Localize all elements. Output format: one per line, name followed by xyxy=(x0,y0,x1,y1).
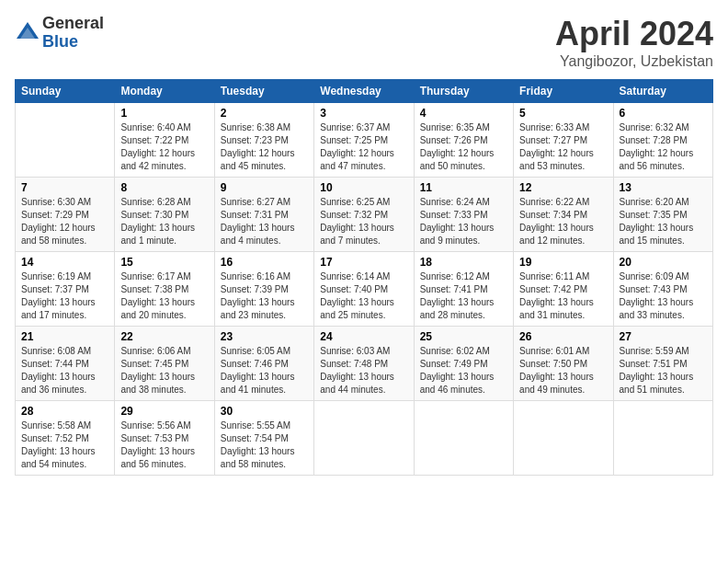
calendar-table: SundayMondayTuesdayWednesdayThursdayFrid… xyxy=(15,79,713,476)
day-number: 6 xyxy=(620,107,707,120)
calendar-header: SundayMondayTuesdayWednesdayThursdayFrid… xyxy=(16,80,713,103)
day-number: 1 xyxy=(120,107,208,120)
calendar-cell: 1Sunrise: 6:40 AMSunset: 7:22 PMDaylight… xyxy=(115,103,214,178)
day-info: Sunrise: 6:03 AMSunset: 7:48 PMDaylight:… xyxy=(320,345,407,396)
logo-general-text: General xyxy=(42,15,104,33)
day-number: 15 xyxy=(120,256,208,269)
calendar-cell: 9Sunrise: 6:27 AMSunset: 7:31 PMDaylight… xyxy=(214,178,313,252)
day-info: Sunrise: 6:24 AMSunset: 7:33 PMDaylight:… xyxy=(420,196,507,247)
calendar-cell: 20Sunrise: 6:09 AMSunset: 7:43 PMDayligh… xyxy=(613,252,712,327)
day-info: Sunrise: 6:32 AMSunset: 7:28 PMDaylight:… xyxy=(620,121,707,173)
calendar-week-0: 1Sunrise: 6:40 AMSunset: 7:22 PMDaylight… xyxy=(16,103,713,178)
calendar-cell: 21Sunrise: 6:08 AMSunset: 7:44 PMDayligh… xyxy=(16,327,115,401)
day-number: 16 xyxy=(221,256,308,269)
calendar-cell: 22Sunrise: 6:06 AMSunset: 7:45 PMDayligh… xyxy=(115,327,214,401)
day-info: Sunrise: 6:33 AMSunset: 7:27 PMDaylight:… xyxy=(519,121,607,173)
day-info: Sunrise: 6:14 AMSunset: 7:40 PMDaylight:… xyxy=(320,270,407,322)
calendar-cell: 27Sunrise: 5:59 AMSunset: 7:51 PMDayligh… xyxy=(613,327,712,401)
day-info: Sunrise: 6:16 AMSunset: 7:39 PMDaylight:… xyxy=(221,270,308,322)
day-number: 21 xyxy=(21,330,108,343)
day-info: Sunrise: 6:12 AMSunset: 7:41 PMDaylight:… xyxy=(420,270,507,322)
calendar-cell: 4Sunrise: 6:35 AMSunset: 7:26 PMDaylight… xyxy=(414,103,513,178)
day-number: 23 xyxy=(221,330,308,343)
calendar-cell xyxy=(314,401,414,476)
day-number: 11 xyxy=(420,181,507,194)
day-number: 7 xyxy=(21,181,108,194)
day-number: 14 xyxy=(21,256,108,269)
day-number: 27 xyxy=(620,330,707,343)
day-info: Sunrise: 6:05 AMSunset: 7:46 PMDaylight:… xyxy=(221,345,308,396)
calendar-cell: 2Sunrise: 6:38 AMSunset: 7:23 PMDaylight… xyxy=(214,103,313,178)
calendar-cell: 10Sunrise: 6:25 AMSunset: 7:32 PMDayligh… xyxy=(314,178,414,252)
calendar-cell: 12Sunrise: 6:22 AMSunset: 7:34 PMDayligh… xyxy=(514,178,613,252)
calendar-cell xyxy=(514,401,613,476)
day-number: 25 xyxy=(420,330,507,343)
day-number: 29 xyxy=(120,405,208,418)
day-number: 12 xyxy=(519,181,607,194)
day-number: 8 xyxy=(120,181,208,194)
day-info: Sunrise: 6:25 AMSunset: 7:32 PMDaylight:… xyxy=(320,196,407,247)
calendar-cell xyxy=(414,401,513,476)
calendar-cell: 17Sunrise: 6:14 AMSunset: 7:40 PMDayligh… xyxy=(314,252,414,327)
logo-icon xyxy=(15,20,40,46)
location: Yangibozor, Uzbekistan xyxy=(555,53,713,70)
header-cell-monday: Monday xyxy=(115,80,214,103)
day-info: Sunrise: 5:56 AMSunset: 7:53 PMDaylight:… xyxy=(120,419,208,471)
day-info: Sunrise: 6:20 AMSunset: 7:35 PMDaylight:… xyxy=(620,196,707,247)
day-number: 28 xyxy=(21,405,108,418)
title-block: April 2024 Yangibozor, Uzbekistan xyxy=(555,15,713,70)
day-number: 5 xyxy=(519,107,607,120)
day-info: Sunrise: 6:22 AMSunset: 7:34 PMDaylight:… xyxy=(519,196,607,247)
calendar-cell: 14Sunrise: 6:19 AMSunset: 7:37 PMDayligh… xyxy=(16,252,115,327)
calendar-cell: 8Sunrise: 6:28 AMSunset: 7:30 PMDaylight… xyxy=(115,178,214,252)
header-cell-saturday: Saturday xyxy=(613,80,712,103)
calendar-cell: 5Sunrise: 6:33 AMSunset: 7:27 PMDaylight… xyxy=(514,103,613,178)
day-number: 24 xyxy=(320,330,407,343)
day-number: 18 xyxy=(420,256,507,269)
day-number: 2 xyxy=(221,107,308,120)
calendar-week-1: 7Sunrise: 6:30 AMSunset: 7:29 PMDaylight… xyxy=(16,178,713,252)
logo-blue-text: Blue xyxy=(42,33,104,52)
calendar-cell: 3Sunrise: 6:37 AMSunset: 7:25 PMDaylight… xyxy=(314,103,414,178)
calendar-week-3: 21Sunrise: 6:08 AMSunset: 7:44 PMDayligh… xyxy=(16,327,713,401)
month-title: April 2024 xyxy=(555,15,713,53)
calendar-cell: 16Sunrise: 6:16 AMSunset: 7:39 PMDayligh… xyxy=(214,252,313,327)
header: General Blue April 2024 Yangibozor, Uzbe… xyxy=(15,15,713,70)
day-info: Sunrise: 6:01 AMSunset: 7:50 PMDaylight:… xyxy=(519,345,607,396)
day-number: 4 xyxy=(420,107,507,120)
day-info: Sunrise: 6:11 AMSunset: 7:42 PMDaylight:… xyxy=(519,270,607,322)
day-number: 22 xyxy=(120,330,208,343)
calendar-cell: 25Sunrise: 6:02 AMSunset: 7:49 PMDayligh… xyxy=(414,327,513,401)
calendar-cell: 6Sunrise: 6:32 AMSunset: 7:28 PMDaylight… xyxy=(613,103,712,178)
header-cell-tuesday: Tuesday xyxy=(214,80,313,103)
calendar-cell: 18Sunrise: 6:12 AMSunset: 7:41 PMDayligh… xyxy=(414,252,513,327)
calendar-cell: 28Sunrise: 5:58 AMSunset: 7:52 PMDayligh… xyxy=(16,401,115,476)
day-number: 20 xyxy=(620,256,707,269)
day-info: Sunrise: 6:38 AMSunset: 7:23 PMDaylight:… xyxy=(221,121,308,173)
day-info: Sunrise: 6:30 AMSunset: 7:29 PMDaylight:… xyxy=(21,196,108,247)
calendar-cell: 19Sunrise: 6:11 AMSunset: 7:42 PMDayligh… xyxy=(514,252,613,327)
calendar-cell: 24Sunrise: 6:03 AMSunset: 7:48 PMDayligh… xyxy=(314,327,414,401)
calendar-cell: 29Sunrise: 5:56 AMSunset: 7:53 PMDayligh… xyxy=(115,401,214,476)
day-info: Sunrise: 6:06 AMSunset: 7:45 PMDaylight:… xyxy=(120,345,208,396)
calendar-cell: 15Sunrise: 6:17 AMSunset: 7:38 PMDayligh… xyxy=(115,252,214,327)
calendar-cell: 26Sunrise: 6:01 AMSunset: 7:50 PMDayligh… xyxy=(514,327,613,401)
day-info: Sunrise: 5:58 AMSunset: 7:52 PMDaylight:… xyxy=(21,419,108,471)
day-info: Sunrise: 6:28 AMSunset: 7:30 PMDaylight:… xyxy=(120,196,208,247)
day-info: Sunrise: 6:17 AMSunset: 7:38 PMDaylight:… xyxy=(120,270,208,322)
header-row: SundayMondayTuesdayWednesdayThursdayFrid… xyxy=(16,80,713,103)
day-info: Sunrise: 6:27 AMSunset: 7:31 PMDaylight:… xyxy=(221,196,308,247)
day-info: Sunrise: 6:08 AMSunset: 7:44 PMDaylight:… xyxy=(21,345,108,396)
header-cell-wednesday: Wednesday xyxy=(314,80,414,103)
header-cell-thursday: Thursday xyxy=(414,80,513,103)
day-info: Sunrise: 6:09 AMSunset: 7:43 PMDaylight:… xyxy=(620,270,707,322)
day-number: 17 xyxy=(320,256,407,269)
day-number: 30 xyxy=(221,405,308,418)
calendar-week-2: 14Sunrise: 6:19 AMSunset: 7:37 PMDayligh… xyxy=(16,252,713,327)
day-info: Sunrise: 6:37 AMSunset: 7:25 PMDaylight:… xyxy=(320,121,407,173)
day-info: Sunrise: 5:59 AMSunset: 7:51 PMDaylight:… xyxy=(620,345,707,396)
day-number: 13 xyxy=(620,181,707,194)
header-cell-friday: Friday xyxy=(514,80,613,103)
header-cell-sunday: Sunday xyxy=(16,80,115,103)
day-info: Sunrise: 6:02 AMSunset: 7:49 PMDaylight:… xyxy=(420,345,507,396)
